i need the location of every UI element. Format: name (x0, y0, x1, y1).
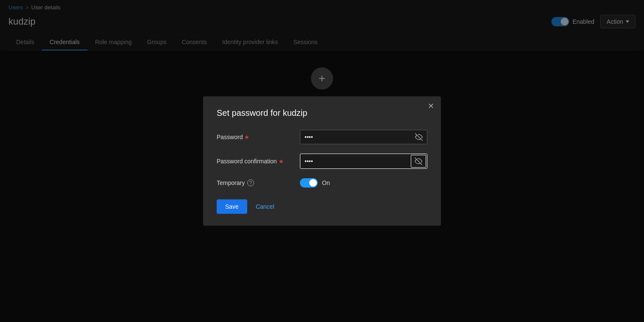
modal-footer: Save Cancel (217, 199, 427, 214)
password-required-star: ∗ (244, 134, 249, 140)
password-visibility-toggle[interactable] (411, 130, 427, 144)
password-confirmation-visibility-toggle[interactable] (411, 155, 426, 168)
temporary-toggle-slider (300, 178, 318, 188)
password-row: Password ∗ (217, 130, 427, 144)
password-confirmation-input[interactable] (300, 154, 410, 168)
password-input[interactable] (300, 130, 411, 144)
password-input-wrap (300, 130, 427, 144)
modal-title: Set password for kudzip (217, 108, 427, 118)
temporary-toggle-wrap: On (300, 178, 330, 188)
password-confirmation-row: Password confirmation ∗ (217, 154, 427, 169)
password-confirmation-input-wrap (300, 154, 427, 169)
eye-off-icon (415, 133, 423, 141)
modal-overlay: Set password for kudzip ✕ Password ∗ (0, 0, 644, 322)
password-confirmation-label: Password confirmation ∗ (217, 158, 293, 165)
password-label: Password ∗ (217, 134, 293, 140)
password-confirmation-required-star: ∗ (279, 158, 284, 165)
temporary-on-label: On (322, 179, 330, 186)
eye-off-icon-confirmation (415, 157, 422, 165)
save-button[interactable]: Save (217, 199, 247, 214)
temporary-row: Temporary ? On (217, 178, 427, 188)
modal-close-button[interactable]: ✕ (428, 102, 434, 110)
temporary-label: Temporary ? (217, 179, 293, 186)
temporary-info-icon[interactable]: ? (247, 179, 254, 186)
set-password-modal: Set password for kudzip ✕ Password ∗ (203, 96, 441, 226)
cancel-button[interactable]: Cancel (254, 199, 276, 214)
temporary-toggle[interactable] (300, 178, 318, 188)
